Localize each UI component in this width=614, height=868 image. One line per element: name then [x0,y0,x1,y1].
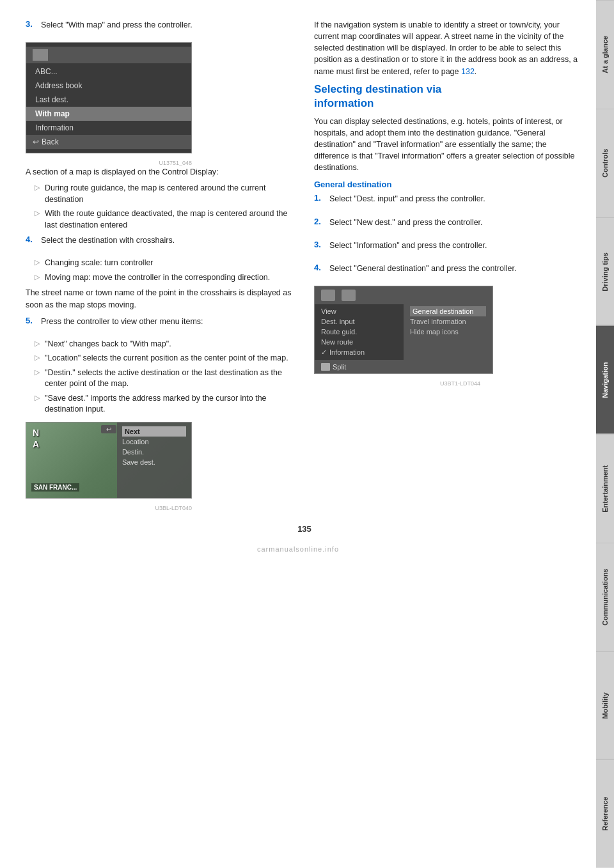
bullet-arrow-6: ▷ [35,353,41,364]
right-step-2-text: Select "New dest." and press the control… [329,217,583,228]
bullet-arrow-2: ▷ [35,209,41,231]
bullet-item-7: ▷ "Destin." selects the active destinati… [35,368,295,390]
right-step-1-number: 1. [314,193,324,210]
map-back-button: ↩ [101,425,116,433]
watermark: carmanualsonline.info [257,545,339,553]
bullet-item-2: ▷ With the route guidance deactivated, t… [35,208,295,231]
left-column: 3. Select "With map" and press the contr… [26,19,295,511]
right-step-4: 4. Select "General destination" and pres… [314,263,583,279]
bullet-text-1: During route guidance, the map is center… [45,183,295,205]
step-4-number: 4. [26,235,36,251]
split-icon [321,363,330,371]
description-1: A section of a map is displayed on the C… [26,166,295,178]
info-item-travel-information: Travel information [410,316,486,327]
bullet-item-3: ▷ Changing scale: turn controller [35,258,295,269]
bullet-arrow-4: ▷ [35,273,41,284]
right-step-3-text: Select "Information" and press the contr… [329,240,583,251]
information-label: Information [329,348,365,356]
right-step-2-number: 2. [314,217,324,233]
sidebar-tab-reference[interactable]: Reference [596,759,614,868]
step-3-number: 3. [26,19,36,36]
menu-footer-1: ↩ Back [26,135,191,149]
menu-item-abc: ABC... [26,65,191,79]
img-caption-1: U13751_048 [26,160,192,166]
sidebar-tab-entertainment[interactable]: Entertainment [596,434,614,543]
map-a-label: A [33,439,39,449]
step-5-text: Press the controller to view other menu … [41,316,295,327]
menu-item-address-book: Address book [26,79,191,93]
section-body: You can display selected destinations, e… [314,116,583,174]
info-col-right: General destination Travel information H… [404,304,492,360]
bullet-list-3: ▷ "Next" changes back to "With map". ▷ "… [26,339,295,415]
info-item-route-guid: Route guid. [321,327,397,337]
bullet-text-3: Changing scale: turn controller [45,258,154,269]
sidebar-tab-driving-tips[interactable]: Driving tips [596,217,614,326]
info-item-dest-input: Dest. input [321,316,397,327]
intro-paragraph: If the navigation system is unable to id… [314,19,583,77]
right-step-3: 3. Select "Information" and press the co… [314,240,583,256]
step-3-text: Select "With map" and press the controll… [41,19,295,31]
sidebar-tab-mobility[interactable]: Mobility [596,651,614,760]
info-header-speaker-icon [321,290,335,301]
san-francisco-label: SAN FRANC... [31,483,79,492]
map-menu-location: Location [122,437,186,447]
right-step-1-text: Select "Dest. input" and press the contr… [329,193,583,205]
menu-header-icon [33,49,48,61]
page-link-132[interactable]: 132 [461,67,475,76]
bullet-arrow-8: ▷ [35,394,41,415]
bullet-text-5: "Next" changes back to "With map". [45,339,171,350]
bullet-text-2: With the route guidance deactivated, the… [45,208,295,231]
bullet-item-1: ▷ During route guidance, the map is cent… [35,183,295,205]
main-content: 3. Select "With map" and press the contr… [0,0,596,559]
split-label: Split [333,363,346,371]
two-column-layout: 3. Select "With map" and press the contr… [26,19,583,511]
description-2: The street name or town name of the poin… [26,287,295,310]
img-caption-3: U3BT1-LDT044 [314,380,480,387]
menu-item-with-map: With map [26,107,191,121]
step-4: 4. Select the destination with crosshair… [26,235,295,251]
info-item-view: View [321,306,397,316]
right-step-1: 1. Select "Dest. input" and press the co… [314,193,583,210]
sidebar-tab-at-a-glance[interactable]: At a glance [596,0,614,109]
map-overlay-menu: Next Location Destin. Save dest. [117,422,191,498]
bullet-list-2: ▷ Changing scale: turn controller ▷ Movi… [26,258,295,283]
menu-item-last-dest: Last dest. [26,93,191,107]
sidebar: At a glance Controls Driving tips Naviga… [596,0,614,868]
info-row-1: View Dest. input Route guid. New route ✓… [315,304,492,360]
bullet-item-6: ▷ "Location" selects the current positio… [35,353,295,364]
info-header [315,286,492,304]
info-item-general-destination: General destination [410,306,486,316]
sidebar-tab-navigation[interactable]: Navigation [596,325,614,434]
map-screenshot: N A SAN FRANC... ↩ Next Location Destin.… [26,422,192,499]
sidebar-tab-communications[interactable]: Communications [596,543,614,651]
bullet-text-6: "Location" selects the current position … [45,353,288,364]
page-number: 135 [26,524,583,534]
sidebar-tab-controls[interactable]: Controls [596,109,614,217]
bullet-text-8: "Save dest." imports the address marked … [45,393,295,415]
right-column: If the navigation system is unable to id… [314,19,583,511]
back-label: Back [42,137,59,146]
back-arrow-icon: ↩ [33,137,39,146]
section-heading-line2: information [314,97,374,109]
menu-screenshot-1: ABC... Address book Last dest. With map … [26,42,192,153]
bullet-arrow-1: ▷ [35,183,41,205]
right-step-4-number: 4. [314,263,324,279]
info-item-information: ✓ Information [321,347,397,358]
map-north-label: N [33,428,39,438]
bullet-arrow-5: ▷ [35,339,41,350]
bullet-text-4: Moving map: move the controller in the c… [45,272,270,284]
info-screenshot: View Dest. input Route guid. New route ✓… [314,286,493,374]
check-icon: ✓ [321,348,327,357]
info-item-hide-map-icons: Hide map icons [410,327,486,337]
step-4-text: Select the destination with crosshairs. [41,235,295,246]
right-step-4-text: Select "General destination" and press t… [329,263,583,274]
menu-item-information: Information [26,121,191,135]
bullet-text-7: "Destin." selects the active destination… [45,368,295,390]
right-step-3-number: 3. [314,240,324,256]
bullet-item-4: ▷ Moving map: move the controller in the… [35,272,295,284]
sub-heading-general-destination: General destination [314,180,583,189]
map-menu-save-dest: Save dest. [122,457,186,467]
info-footer: Split [315,360,492,373]
right-step-2: 2. Select "New dest." and press the cont… [314,217,583,233]
info-item-new-route: New route [321,337,397,347]
